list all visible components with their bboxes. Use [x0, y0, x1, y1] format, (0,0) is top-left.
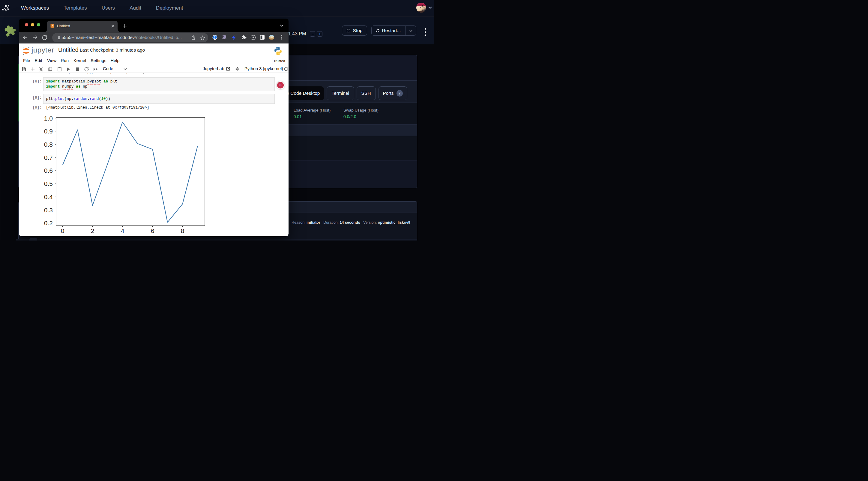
svg-text:8: 8: [181, 227, 184, 234]
svg-text:0.5: 0.5: [44, 180, 53, 187]
svg-text:0.7: 0.7: [44, 154, 53, 161]
svg-text:0.6: 0.6: [44, 167, 53, 174]
svg-text:1.0: 1.0: [44, 115, 53, 122]
svg-text:0.9: 0.9: [44, 128, 53, 135]
svg-text:4: 4: [121, 227, 124, 234]
svg-text:0.8: 0.8: [44, 141, 53, 148]
svg-text:0.2: 0.2: [44, 220, 53, 226]
svg-text:0.3: 0.3: [44, 206, 53, 214]
svg-text:0.4: 0.4: [44, 193, 53, 200]
svg-text:0: 0: [61, 227, 64, 234]
svg-text:6: 6: [151, 227, 154, 234]
svg-text:2: 2: [91, 227, 94, 234]
